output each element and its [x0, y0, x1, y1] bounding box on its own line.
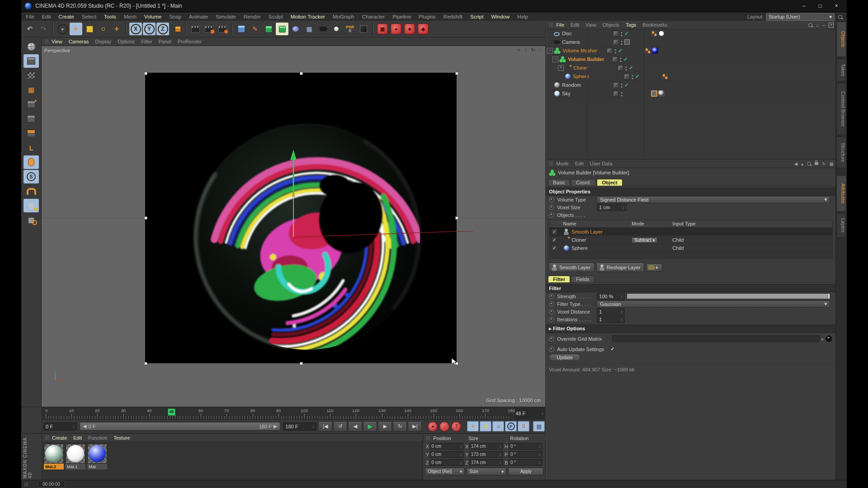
material-item[interactable]: Mat.1 — [66, 444, 85, 469]
menu-create[interactable]: Create — [58, 14, 74, 19]
smooth-layer-button[interactable]: Smooth Layer — [549, 263, 594, 272]
enabled-check[interactable]: ✓ — [624, 31, 628, 37]
section-filter[interactable]: Filter — [546, 284, 835, 292]
view-label[interactable]: Perspective — [44, 48, 70, 53]
range-right-arrow-icon[interactable]: ▶ — [274, 423, 277, 429]
collapse-icon[interactable]: − — [552, 56, 558, 62]
compositing-tag-icon[interactable] — [651, 90, 657, 97]
om-menu-bookmarks[interactable]: Bookmarks — [642, 22, 667, 28]
snap-settings-button[interactable] — [24, 184, 39, 198]
visibility-dots[interactable] — [614, 48, 616, 53]
zoom-view-icon[interactable]: ↕ — [523, 47, 529, 53]
menu-mograph[interactable]: MoGraph — [333, 14, 354, 19]
maximize-view-icon[interactable]: □ — [537, 47, 543, 53]
render-canvas[interactable] — [145, 73, 457, 363]
om-menu-tags[interactable]: Tags — [626, 22, 636, 28]
previous-frame-button[interactable]: ◀ — [348, 421, 362, 432]
scale-tool-button[interactable] — [83, 23, 96, 35]
metaball-button[interactable] — [289, 23, 302, 35]
tweak-mode-button[interactable] — [24, 155, 39, 169]
anim-dot-icon[interactable] — [549, 197, 554, 202]
menu-pipeline[interactable]: Pipeline — [392, 14, 411, 19]
vp-menu-cameras[interactable]: Cameras — [69, 39, 89, 44]
section-object-properties[interactable]: Object Properties — [546, 188, 835, 196]
menu-simulate[interactable]: Simulate — [216, 14, 236, 19]
key-pla-toggle[interactable]: ⠿ — [518, 421, 529, 432]
key-position-toggle[interactable]: + — [467, 421, 479, 432]
points-mode-button[interactable] — [24, 98, 39, 111]
vp-menu-view[interactable]: View — [52, 39, 62, 44]
anim-dot-icon[interactable] — [549, 317, 554, 322]
apply-button[interactable]: Apply — [508, 468, 543, 475]
maximize-button[interactable]: □ — [813, 2, 827, 10]
grid-icon[interactable]: ▦ — [830, 161, 834, 166]
keyframe-presets-button[interactable]: ▤ — [533, 421, 545, 432]
start-frame-field[interactable]: 0 F ↕ — [43, 422, 77, 431]
enabled-check[interactable]: ✓ — [635, 74, 639, 80]
table-row-smooth-layer[interactable]: ✓ Smooth Layer — [549, 228, 832, 236]
selection-handle[interactable] — [144, 362, 147, 365]
object-row-random[interactable]: Random ✓ — [546, 81, 835, 89]
menu-sculpt[interactable]: Sculpt — [269, 14, 283, 19]
menu-redshift[interactable]: Redshift — [443, 14, 462, 19]
am-search-icon[interactable] — [807, 162, 811, 166]
tab-content-browser[interactable]: Content Browser — [836, 83, 846, 135]
texture-mode-button[interactable] — [24, 69, 39, 82]
visibility-dots[interactable] — [620, 57, 622, 62]
tab-structure[interactable]: Structure — [836, 136, 846, 168]
volume-tool-1-button[interactable]: ▦ — [376, 23, 389, 35]
coord-mode-dropdown[interactable]: Object (Rel)▾ — [425, 468, 465, 475]
light-button[interactable] — [330, 23, 343, 35]
phong-tag-icon[interactable] — [662, 73, 668, 80]
tab-fields[interactable]: Fields — [571, 276, 594, 282]
menu-edit[interactable]: Edit — [42, 14, 51, 19]
shader-button[interactable] — [357, 23, 370, 35]
volume-builder-button[interactable] — [276, 23, 288, 35]
collapse-icon[interactable]: − — [547, 48, 553, 54]
coordinate-system-button[interactable]: ↑ — [170, 23, 183, 35]
tab-takes[interactable]: Takes — [836, 59, 846, 81]
menu-tools[interactable]: Tools — [104, 14, 116, 19]
undo-button[interactable]: ↶ — [24, 23, 36, 35]
lock-icon[interactable] — [815, 162, 818, 165]
menu-animate[interactable]: Animate — [189, 14, 208, 19]
tab-layers[interactable]: Layers — [836, 213, 846, 238]
material-tag-icon[interactable] — [652, 47, 658, 54]
move-tool-button[interactable]: + — [70, 23, 82, 35]
volume-tool-4-button[interactable]: ◆ — [417, 23, 429, 35]
end-frame-field[interactable]: 180 F ↕ — [283, 422, 316, 431]
keying-options-button[interactable]: ? — [451, 422, 461, 432]
add-folder-button[interactable]: + — [646, 263, 662, 272]
material-name[interactable]: Mat.2 — [44, 464, 64, 469]
mode-dropdown[interactable]: Subtract ▾ — [632, 237, 657, 243]
enabled-check[interactable]: ✓ — [618, 48, 622, 54]
selection-handle[interactable] — [144, 72, 147, 75]
mat-menu-function[interactable]: Function — [88, 435, 107, 441]
tab-objects[interactable]: Objects — [836, 22, 846, 57]
om-search-icon[interactable] — [808, 23, 812, 27]
material-item[interactable]: Mat.2 — [44, 444, 64, 469]
rotation-p-field[interactable]: 0 °↕ — [509, 451, 542, 458]
visibility-dots[interactable] — [621, 31, 623, 36]
row-checkbox[interactable]: ✓ — [551, 245, 557, 251]
auto-update-checkbox[interactable]: ✓ — [610, 346, 614, 352]
panel-handle-icon[interactable] — [44, 39, 49, 44]
volume-tool-3-button[interactable]: ■ — [403, 23, 416, 35]
expand-all-icon[interactable]: + — [829, 23, 834, 28]
anim-dot-icon[interactable] — [549, 336, 554, 342]
section-filter-options[interactable]: ▸ Filter Options — [546, 324, 835, 333]
workplane-mode-button[interactable]: ▦ — [24, 83, 39, 97]
lock-workplane-button[interactable]: ▦ — [24, 199, 39, 212]
layer-toggle[interactable] — [613, 82, 619, 88]
strength-field[interactable]: 100 % ↕ — [597, 293, 625, 300]
vp-menu-panel[interactable]: Panel — [159, 39, 171, 44]
volume-type-dropdown[interactable]: Signed Distance Field ▾ — [597, 196, 830, 203]
menu-mesh[interactable]: Mesh — [124, 14, 137, 19]
subdivision-surface-button[interactable] — [262, 23, 275, 35]
material-item[interactable]: Mat — [87, 444, 107, 469]
panel-handle-icon[interactable] — [549, 23, 553, 27]
minimize-button[interactable]: – — [797, 2, 811, 10]
position-z-field[interactable]: 0 cm↕ — [429, 459, 463, 466]
anim-dot-icon[interactable] — [549, 347, 554, 352]
menu-snap[interactable]: Snap — [169, 14, 181, 19]
